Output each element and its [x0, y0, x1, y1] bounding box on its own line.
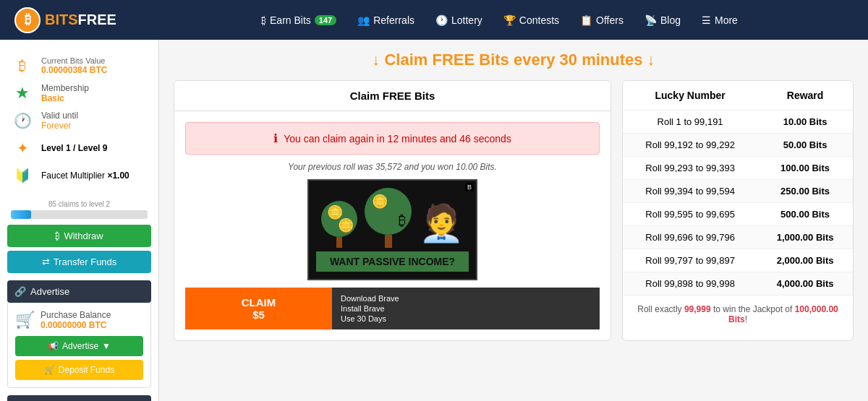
nav-offers-label: Offers	[596, 14, 624, 26]
nav-contests[interactable]: 🏆 Contests	[495, 10, 568, 30]
prev-roll: Your previous roll was 35,572 and you wo…	[185, 162, 600, 172]
advertise-btn-icon: 📢	[48, 341, 59, 351]
faucet-row: 🔰 Faucet Multiplier ×1.00	[11, 164, 148, 187]
nav-more[interactable]: ☰ More	[693, 10, 746, 30]
nav-earn-bits[interactable]: ₿ Earn Bits 147	[252, 10, 345, 30]
table-row: Roll 99,595 to 99,695500.00 Bits	[623, 203, 853, 226]
withdraw-label: Withdraw	[64, 230, 103, 241]
nav-offers[interactable]: 📋 Offers	[571, 10, 632, 30]
contests-icon: 🏆	[503, 14, 516, 26]
bits-amount: 0.00000384 BTC	[41, 65, 148, 75]
transfer-button[interactable]: ⇄ Transfer Funds	[7, 251, 151, 273]
nav-lottery-label: Lottery	[451, 14, 482, 26]
level-value: Level 1 / Level 9	[41, 143, 148, 153]
earn-bits-badge: 147	[315, 15, 336, 25]
advertise-section-label: Advertise	[30, 286, 69, 297]
bits-label: Current Bits Value	[41, 56, 148, 65]
header: ₿ BITSFREE ₿ Earn Bits 147 👥 Referrals 🕐…	[0, 0, 868, 40]
logo-text: BITSFREE	[45, 12, 116, 28]
alert-icon: ℹ	[273, 131, 278, 145]
level-row: ✦ Level 1 / Level 9	[11, 137, 148, 160]
valid-label: Valid until	[41, 111, 148, 121]
level-info: Level 1 / Level 9	[41, 143, 148, 153]
lottery-icon: 🕐	[435, 14, 448, 26]
deposit-label: Deposit Funds	[59, 365, 114, 375]
nav-referrals-label: Referrals	[373, 14, 414, 26]
range-cell: Roll 99,595 to 99,695	[623, 203, 757, 226]
claim-alert: ℹ You can claim again in 12 minutes and …	[185, 122, 600, 155]
table-row: Roll 1 to 99,19110.00 Bits	[623, 111, 853, 134]
main-content: ↓ Claim FREE Bits every 30 minutes ↓ Cla…	[159, 40, 868, 401]
membership-value: Basic	[41, 93, 148, 103]
range-cell: Roll 99,293 to 99,393	[623, 157, 757, 180]
advertise-section-header: 🔗 Advertise	[7, 280, 151, 303]
membership-label: Membership	[41, 83, 148, 93]
deposit-button[interactable]: 🛒 Deposit Funds	[15, 360, 143, 380]
faucet-icon: 🔰	[11, 164, 34, 187]
claim-card-body: ℹ You can claim again in 12 minutes and …	[174, 111, 610, 340]
main-layout: ₿ Current Bits Value 0.00000384 BTC ★ Me…	[0, 40, 868, 401]
nav-lottery[interactable]: 🕐 Lottery	[427, 10, 491, 30]
deposit-icon: 🛒	[44, 365, 55, 375]
advertise-section-content: 🛒 Purchase Balance 0.00000000 BTC 📢 Adve…	[7, 303, 151, 388]
progress-bar-fill	[11, 210, 31, 219]
table-row: Roll 99,293 to 99,393100.00 Bits	[623, 157, 853, 180]
tree-1-trunk	[336, 237, 342, 248]
nav-referrals[interactable]: 👥 Referrals	[349, 10, 423, 30]
range-cell: Roll 99,797 to 99,897	[623, 249, 757, 272]
ad-badge: B	[465, 183, 474, 191]
withdraw-icon: ₿	[55, 230, 60, 241]
table-row: Roll 99,898 to 99,9984,000.00 Bits	[623, 272, 853, 296]
claim-card-title: Claim FREE Bits	[174, 81, 610, 111]
offers-icon: 📋	[580, 14, 592, 26]
purchase-value: 0.00000000 BTC	[41, 320, 111, 330]
reward-cell: 4,000.00 Bits	[757, 272, 853, 296]
main-nav: ₿ Earn Bits 147 👥 Referrals 🕐 Lottery 🏆 …	[145, 10, 854, 30]
col-lucky-number: Lucky Number	[623, 81, 757, 111]
faucet-label: Faucet Multiplier ×1.00	[41, 171, 148, 181]
logo[interactable]: ₿ BITSFREE	[14, 7, 116, 33]
jackpot-row: Roll exactly 99,999 to win the Jackpot o…	[623, 296, 853, 333]
cta-claim[interactable]: CLAIM$5	[185, 288, 332, 329]
nav-blog[interactable]: 📡 Blog	[636, 10, 689, 30]
transfer-label: Transfer Funds	[54, 256, 117, 267]
nav-more-label: More	[715, 14, 738, 26]
tree-1-top: 🪙 🪙	[321, 201, 357, 237]
claim-header: ↓ Claim FREE Bits every 30 minutes ↓	[174, 51, 854, 69]
range-cell: Roll 99,192 to 99,292	[623, 134, 757, 157]
membership-row: ★ Membership Basic	[11, 82, 148, 105]
lucky-table: Lucky Number Reward Roll 1 to 99,19110.0…	[623, 81, 853, 296]
ad-title: WANT PASSIVE INCOME?	[316, 251, 469, 272]
level-icon: ✦	[11, 137, 34, 160]
tree-2-trunk	[385, 235, 392, 248]
reward-cell: 50.00 Bits	[757, 134, 853, 157]
bitcoin-icon: ₿	[261, 14, 266, 26]
referrals-icon: 👥	[357, 14, 370, 26]
reward-cell: 500.00 Bits	[757, 203, 853, 226]
ad-inner: 🪙 🪙 🪙 ₿	[309, 181, 476, 279]
coin-icon-2: 🪙	[338, 217, 354, 233]
claim-card: Claim FREE Bits ℹ You can claim again in…	[174, 80, 611, 341]
reward-cell: 250.00 Bits	[757, 180, 853, 203]
lucky-card: Lucky Number Reward Roll 1 to 99,19110.0…	[622, 80, 854, 341]
claim-cta[interactable]: CLAIM$5 Download Brave Install Brave Use…	[185, 288, 600, 329]
withdraw-button[interactable]: ₿ Withdraw	[7, 225, 151, 247]
ad-container: 🪙 🪙 🪙 ₿	[307, 179, 477, 280]
star-icon: ★	[11, 82, 34, 105]
valid-info: Valid until Forever	[41, 111, 148, 131]
jackpot-amount: 100,000.00 Bits	[728, 304, 838, 324]
cta-line1: Download Brave	[341, 294, 591, 303]
valid-row: 🕐 Valid until Forever	[11, 109, 148, 132]
purchase-row: 🛒 Purchase Balance 0.00000000 BTC	[15, 310, 143, 330]
table-row: Roll 99,394 to 99,594250.00 Bits	[623, 180, 853, 203]
coin-icon-3: 🪙	[372, 194, 388, 210]
reward-cell: 100.00 Bits	[757, 157, 853, 180]
cta-line2: Install Brave	[341, 304, 591, 313]
range-cell: Roll 99,696 to 99,796	[623, 226, 757, 249]
range-cell: Roll 99,898 to 99,998	[623, 272, 757, 296]
bitcoin-coin: ₿	[399, 212, 406, 229]
blog-icon: 📡	[644, 14, 657, 26]
transfer-icon: ⇄	[42, 256, 50, 267]
advertise-button[interactable]: 📢 Advertise ▼	[15, 336, 143, 356]
membership-info: Membership Basic	[41, 83, 148, 103]
